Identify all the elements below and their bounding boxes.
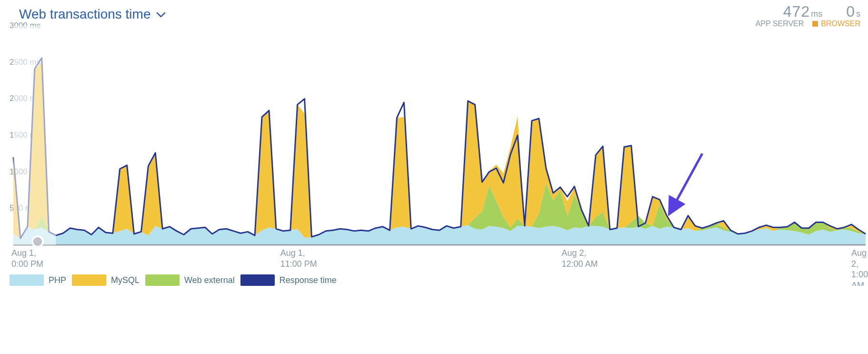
browser-value: 0s <box>846 3 860 20</box>
chart-x-axis: Aug 1,0:00 PMAug 1,11:00 PMAug 2,12:00 A… <box>5 245 866 272</box>
legend-item-response-time[interactable]: Response time <box>240 274 337 286</box>
app-server-value: 472ms <box>783 3 822 20</box>
legend-label-php: PHP <box>49 275 66 285</box>
legend-label-mysql: MySQL <box>111 275 140 285</box>
legend-swatch-webext <box>145 274 180 286</box>
legend-label-webext: Web external <box>184 275 235 285</box>
chevron-down-icon <box>157 9 165 20</box>
chart-title: Web transactions time <box>19 7 151 22</box>
series-area-mysql <box>13 63 866 238</box>
x-tick-label: Aug 2,12:00 AM <box>561 248 598 269</box>
legend-swatch-php <box>10 274 44 286</box>
header-metrics: 472ms 0s APP SERVER BROWSER <box>756 3 860 28</box>
chart-legend: PHP MySQL Web external Response time <box>5 272 863 286</box>
x-tick-label: Aug 2,1:00 AM <box>851 248 868 286</box>
legend-item-php[interactable]: PHP <box>10 274 66 286</box>
legend-item-webext[interactable]: Web external <box>145 274 235 286</box>
x-tick-label: Aug 1,0:00 PM <box>11 248 43 269</box>
chart-plot-area[interactable]: 500 ms1000 ms1500 ms2000 ms2500 ms3000 m… <box>5 26 866 245</box>
chart-title-dropdown[interactable]: Web transactions time <box>5 3 863 24</box>
series-line-response-time <box>13 58 866 238</box>
legend-label-rt: Response time <box>279 275 337 285</box>
legend-swatch-mysql <box>72 274 106 286</box>
legend-swatch-rt <box>240 274 275 286</box>
faded-range-overlay <box>13 26 56 245</box>
legend-item-mysql[interactable]: MySQL <box>72 274 140 286</box>
x-tick-label: Aug 1,11:00 PM <box>280 248 317 269</box>
